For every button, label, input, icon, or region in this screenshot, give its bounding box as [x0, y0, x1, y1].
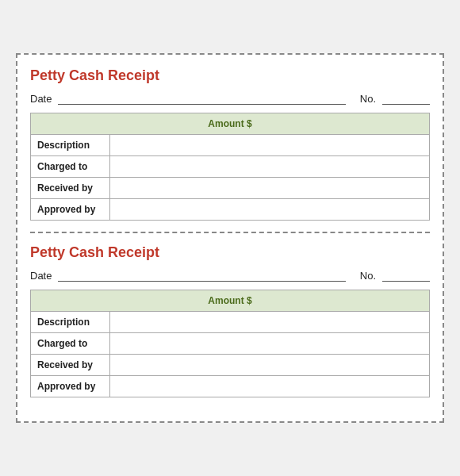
charged-to-value-1[interactable] [110, 156, 430, 178]
receipt-title-2: Petty Cash Receipt [30, 244, 430, 261]
date-line-2[interactable] [58, 269, 345, 282]
table-row: Approved by [31, 199, 430, 221]
description-label-1: Description [31, 135, 110, 156]
table-row: Received by [31, 355, 430, 376]
received-by-label-1: Received by [31, 178, 110, 199]
received-by-value-1[interactable] [110, 178, 430, 199]
approved-by-value-2[interactable] [110, 376, 430, 397]
receipt-title-1: Petty Cash Receipt [30, 67, 430, 84]
amount-header-1: Amount $ [31, 113, 430, 135]
table-row: Received by [31, 178, 430, 199]
no-line-1[interactable] [382, 92, 430, 105]
page-container: Petty Cash Receipt Date No. Amount $ Des… [16, 53, 444, 423]
receipt-table-1: Amount $ Description Charged to Received… [30, 113, 430, 221]
approved-by-label-1: Approved by [31, 199, 110, 221]
description-value-1[interactable] [110, 135, 430, 156]
table-row: Description [31, 135, 430, 156]
table-row: Description [31, 312, 430, 333]
table-row: Charged to [31, 156, 430, 178]
date-row-2: Date No. [30, 269, 430, 282]
receipt-table-2: Amount $ Description Charged to Received… [30, 290, 430, 397]
table-row: Approved by [31, 376, 430, 397]
approved-by-label-2: Approved by [31, 376, 110, 397]
no-label-2: No. [360, 270, 376, 282]
date-line-1[interactable] [58, 92, 345, 105]
date-label-2: Date [30, 270, 52, 282]
receipt-block-1: Petty Cash Receipt Date No. Amount $ Des… [30, 67, 430, 232]
description-label-2: Description [31, 312, 110, 333]
approved-by-value-1[interactable] [110, 199, 430, 221]
amount-header-2: Amount $ [31, 290, 430, 312]
date-label-1: Date [30, 93, 52, 105]
receipt-block-2: Petty Cash Receipt Date No. Amount $ Des… [30, 232, 430, 409]
no-line-2[interactable] [382, 269, 430, 282]
charged-to-label-1: Charged to [31, 156, 110, 178]
description-value-2[interactable] [110, 312, 430, 333]
charged-to-value-2[interactable] [110, 333, 430, 355]
charged-to-label-2: Charged to [31, 333, 110, 355]
received-by-label-2: Received by [31, 355, 110, 376]
date-row-1: Date No. [30, 92, 430, 105]
table-row: Charged to [31, 333, 430, 355]
received-by-value-2[interactable] [110, 355, 430, 376]
no-label-1: No. [360, 93, 376, 105]
